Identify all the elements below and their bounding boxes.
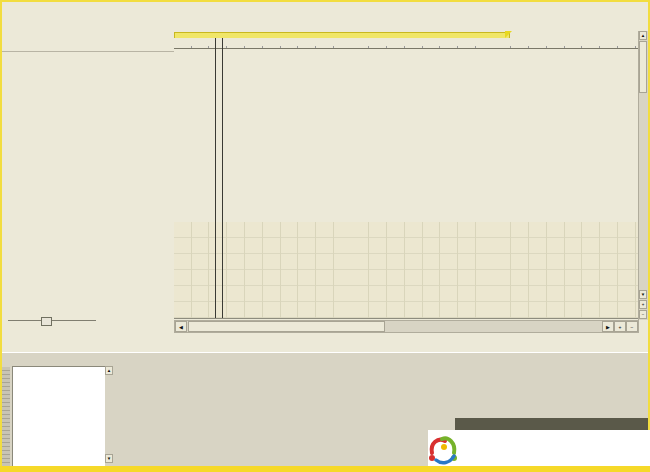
mixer-list-scrollbar[interactable]: ▲ ▼: [105, 366, 113, 468]
list-scroll-down[interactable]: ▼: [105, 454, 113, 463]
tempo-slider[interactable]: [8, 317, 96, 325]
mixer-track-list: [12, 366, 106, 470]
scroll-up-button[interactable]: ▲: [639, 31, 647, 40]
zoom-out-track-button[interactable]: −: [639, 310, 647, 319]
frame-left: [0, 0, 2, 472]
dock-handle[interactable]: [2, 367, 10, 470]
automation-envelope-area[interactable]: [174, 222, 639, 319]
zoom-in-track-button[interactable]: +: [639, 300, 647, 309]
horizontal-scroll-thumb[interactable]: [188, 321, 385, 332]
zoom-out-time-button[interactable]: −: [626, 321, 638, 332]
vertical-scrollbar[interactable]: ▲ ▼ + −: [638, 31, 648, 320]
zoom-in-time-button[interactable]: +: [614, 321, 626, 332]
vertical-scroll-thumb[interactable]: [639, 41, 647, 93]
scroll-right-button[interactable]: ▶: [602, 321, 614, 332]
watermark-tagline: [455, 418, 648, 430]
watermark-brand: [428, 430, 650, 467]
frame-top: [0, 0, 650, 2]
frame-bottom: [0, 466, 650, 472]
tempo-row: [2, 308, 174, 334]
mixer-header: [2, 353, 648, 365]
scroll-down-button[interactable]: ▼: [639, 290, 647, 299]
list-scroll-up[interactable]: ▲: [105, 366, 113, 375]
timeline-ruler[interactable]: [174, 38, 639, 49]
playback-cursor: [222, 38, 223, 318]
time-display: [2, 31, 174, 52]
loop-region-end-marker[interactable]: [505, 31, 512, 38]
main-toolbar: [2, 14, 648, 32]
timeline-area[interactable]: ◀ ▶ + − ▲ ▼ + −: [174, 31, 648, 331]
edit-cursor: [215, 38, 216, 318]
watermark-logo-icon: [428, 433, 458, 465]
scroll-left-button[interactable]: ◀: [175, 321, 187, 332]
horizontal-scrollbar[interactable]: ◀ ▶ + −: [174, 320, 639, 333]
